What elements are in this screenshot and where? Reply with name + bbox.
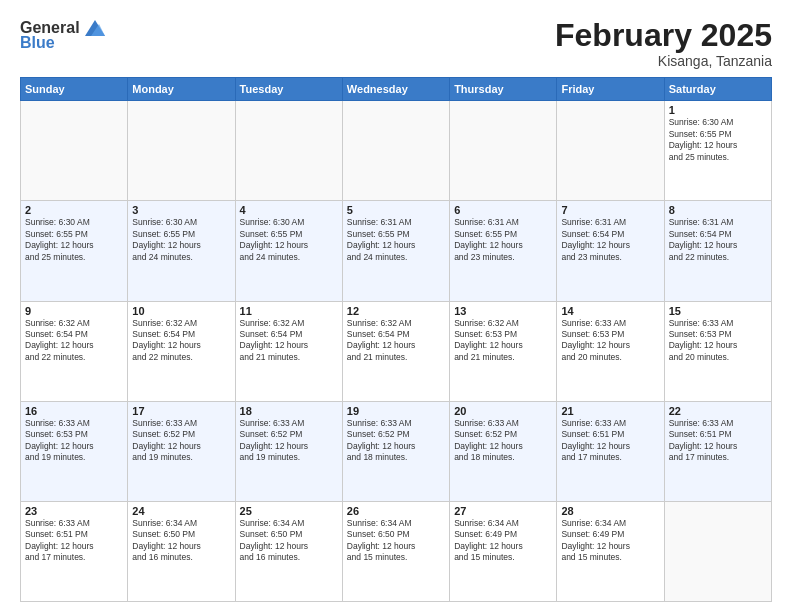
day-number: 18: [240, 405, 338, 417]
col-header-monday: Monday: [128, 78, 235, 101]
calendar-cell: [664, 501, 771, 601]
day-info: Sunrise: 6:32 AM Sunset: 6:54 PM Dayligh…: [25, 318, 123, 364]
day-info: Sunrise: 6:34 AM Sunset: 6:50 PM Dayligh…: [240, 518, 338, 564]
day-info: Sunrise: 6:31 AM Sunset: 6:54 PM Dayligh…: [669, 217, 767, 263]
calendar-cell: 2Sunrise: 6:30 AM Sunset: 6:55 PM Daylig…: [21, 201, 128, 301]
page: General Blue February 2025 Kisanga, Tanz…: [0, 0, 792, 612]
day-info: Sunrise: 6:34 AM Sunset: 6:49 PM Dayligh…: [561, 518, 659, 564]
day-info: Sunrise: 6:34 AM Sunset: 6:49 PM Dayligh…: [454, 518, 552, 564]
day-info: Sunrise: 6:32 AM Sunset: 6:54 PM Dayligh…: [347, 318, 445, 364]
col-header-wednesday: Wednesday: [342, 78, 449, 101]
calendar-cell: [128, 101, 235, 201]
calendar-cell: 22Sunrise: 6:33 AM Sunset: 6:51 PM Dayli…: [664, 401, 771, 501]
day-number: 17: [132, 405, 230, 417]
day-number: 26: [347, 505, 445, 517]
calendar-cell: 9Sunrise: 6:32 AM Sunset: 6:54 PM Daylig…: [21, 301, 128, 401]
day-number: 11: [240, 305, 338, 317]
calendar-cell: 6Sunrise: 6:31 AM Sunset: 6:55 PM Daylig…: [450, 201, 557, 301]
calendar-week-row: 1Sunrise: 6:30 AM Sunset: 6:55 PM Daylig…: [21, 101, 772, 201]
day-number: 8: [669, 204, 767, 216]
calendar-week-row: 16Sunrise: 6:33 AM Sunset: 6:53 PM Dayli…: [21, 401, 772, 501]
calendar-cell: 23Sunrise: 6:33 AM Sunset: 6:51 PM Dayli…: [21, 501, 128, 601]
month-title: February 2025: [555, 18, 772, 53]
day-number: 15: [669, 305, 767, 317]
calendar-cell: 19Sunrise: 6:33 AM Sunset: 6:52 PM Dayli…: [342, 401, 449, 501]
day-number: 2: [25, 204, 123, 216]
calendar-week-row: 9Sunrise: 6:32 AM Sunset: 6:54 PM Daylig…: [21, 301, 772, 401]
day-number: 4: [240, 204, 338, 216]
day-info: Sunrise: 6:33 AM Sunset: 6:53 PM Dayligh…: [669, 318, 767, 364]
header: General Blue February 2025 Kisanga, Tanz…: [20, 18, 772, 69]
calendar-cell: [21, 101, 128, 201]
calendar-cell: 26Sunrise: 6:34 AM Sunset: 6:50 PM Dayli…: [342, 501, 449, 601]
location: Kisanga, Tanzania: [555, 53, 772, 69]
day-info: Sunrise: 6:33 AM Sunset: 6:53 PM Dayligh…: [561, 318, 659, 364]
day-info: Sunrise: 6:30 AM Sunset: 6:55 PM Dayligh…: [132, 217, 230, 263]
day-number: 10: [132, 305, 230, 317]
day-info: Sunrise: 6:32 AM Sunset: 6:53 PM Dayligh…: [454, 318, 552, 364]
calendar-cell: 20Sunrise: 6:33 AM Sunset: 6:52 PM Dayli…: [450, 401, 557, 501]
calendar-cell: [342, 101, 449, 201]
day-number: 13: [454, 305, 552, 317]
day-number: 22: [669, 405, 767, 417]
day-info: Sunrise: 6:33 AM Sunset: 6:51 PM Dayligh…: [669, 418, 767, 464]
day-info: Sunrise: 6:32 AM Sunset: 6:54 PM Dayligh…: [132, 318, 230, 364]
day-info: Sunrise: 6:33 AM Sunset: 6:52 PM Dayligh…: [132, 418, 230, 464]
day-info: Sunrise: 6:30 AM Sunset: 6:55 PM Dayligh…: [240, 217, 338, 263]
calendar-cell: 12Sunrise: 6:32 AM Sunset: 6:54 PM Dayli…: [342, 301, 449, 401]
calendar-cell: 3Sunrise: 6:30 AM Sunset: 6:55 PM Daylig…: [128, 201, 235, 301]
calendar-table: SundayMondayTuesdayWednesdayThursdayFrid…: [20, 77, 772, 602]
calendar-cell: 4Sunrise: 6:30 AM Sunset: 6:55 PM Daylig…: [235, 201, 342, 301]
col-header-tuesday: Tuesday: [235, 78, 342, 101]
logo-blue: Blue: [20, 34, 55, 52]
calendar-cell: 28Sunrise: 6:34 AM Sunset: 6:49 PM Dayli…: [557, 501, 664, 601]
calendar-cell: 13Sunrise: 6:32 AM Sunset: 6:53 PM Dayli…: [450, 301, 557, 401]
day-number: 12: [347, 305, 445, 317]
calendar-header-row: SundayMondayTuesdayWednesdayThursdayFrid…: [21, 78, 772, 101]
day-info: Sunrise: 6:34 AM Sunset: 6:50 PM Dayligh…: [347, 518, 445, 564]
calendar-cell: 5Sunrise: 6:31 AM Sunset: 6:55 PM Daylig…: [342, 201, 449, 301]
calendar-cell: 21Sunrise: 6:33 AM Sunset: 6:51 PM Dayli…: [557, 401, 664, 501]
day-info: Sunrise: 6:30 AM Sunset: 6:55 PM Dayligh…: [669, 117, 767, 163]
day-number: 23: [25, 505, 123, 517]
calendar-cell: 10Sunrise: 6:32 AM Sunset: 6:54 PM Dayli…: [128, 301, 235, 401]
day-number: 7: [561, 204, 659, 216]
day-number: 5: [347, 204, 445, 216]
logo-icon: [81, 18, 105, 38]
day-number: 3: [132, 204, 230, 216]
col-header-sunday: Sunday: [21, 78, 128, 101]
day-info: Sunrise: 6:33 AM Sunset: 6:52 PM Dayligh…: [240, 418, 338, 464]
calendar-cell: 24Sunrise: 6:34 AM Sunset: 6:50 PM Dayli…: [128, 501, 235, 601]
calendar-cell: 27Sunrise: 6:34 AM Sunset: 6:49 PM Dayli…: [450, 501, 557, 601]
day-info: Sunrise: 6:33 AM Sunset: 6:52 PM Dayligh…: [347, 418, 445, 464]
col-header-saturday: Saturday: [664, 78, 771, 101]
day-info: Sunrise: 6:33 AM Sunset: 6:53 PM Dayligh…: [25, 418, 123, 464]
calendar-cell: [235, 101, 342, 201]
day-number: 20: [454, 405, 552, 417]
day-number: 24: [132, 505, 230, 517]
calendar-cell: 18Sunrise: 6:33 AM Sunset: 6:52 PM Dayli…: [235, 401, 342, 501]
logo-block: General Blue: [20, 18, 106, 52]
calendar-cell: 1Sunrise: 6:30 AM Sunset: 6:55 PM Daylig…: [664, 101, 771, 201]
calendar-cell: [450, 101, 557, 201]
day-number: 1: [669, 104, 767, 116]
day-number: 25: [240, 505, 338, 517]
day-info: Sunrise: 6:30 AM Sunset: 6:55 PM Dayligh…: [25, 217, 123, 263]
title-block: February 2025 Kisanga, Tanzania: [555, 18, 772, 69]
col-header-thursday: Thursday: [450, 78, 557, 101]
calendar-cell: 14Sunrise: 6:33 AM Sunset: 6:53 PM Dayli…: [557, 301, 664, 401]
day-number: 16: [25, 405, 123, 417]
calendar-cell: 8Sunrise: 6:31 AM Sunset: 6:54 PM Daylig…: [664, 201, 771, 301]
day-number: 19: [347, 405, 445, 417]
day-number: 27: [454, 505, 552, 517]
calendar-cell: 17Sunrise: 6:33 AM Sunset: 6:52 PM Dayli…: [128, 401, 235, 501]
logo: General Blue: [20, 18, 106, 52]
day-info: Sunrise: 6:31 AM Sunset: 6:55 PM Dayligh…: [347, 217, 445, 263]
calendar-week-row: 2Sunrise: 6:30 AM Sunset: 6:55 PM Daylig…: [21, 201, 772, 301]
day-info: Sunrise: 6:31 AM Sunset: 6:55 PM Dayligh…: [454, 217, 552, 263]
day-number: 6: [454, 204, 552, 216]
calendar-cell: [557, 101, 664, 201]
calendar-week-row: 23Sunrise: 6:33 AM Sunset: 6:51 PM Dayli…: [21, 501, 772, 601]
day-info: Sunrise: 6:33 AM Sunset: 6:51 PM Dayligh…: [561, 418, 659, 464]
day-info: Sunrise: 6:33 AM Sunset: 6:52 PM Dayligh…: [454, 418, 552, 464]
